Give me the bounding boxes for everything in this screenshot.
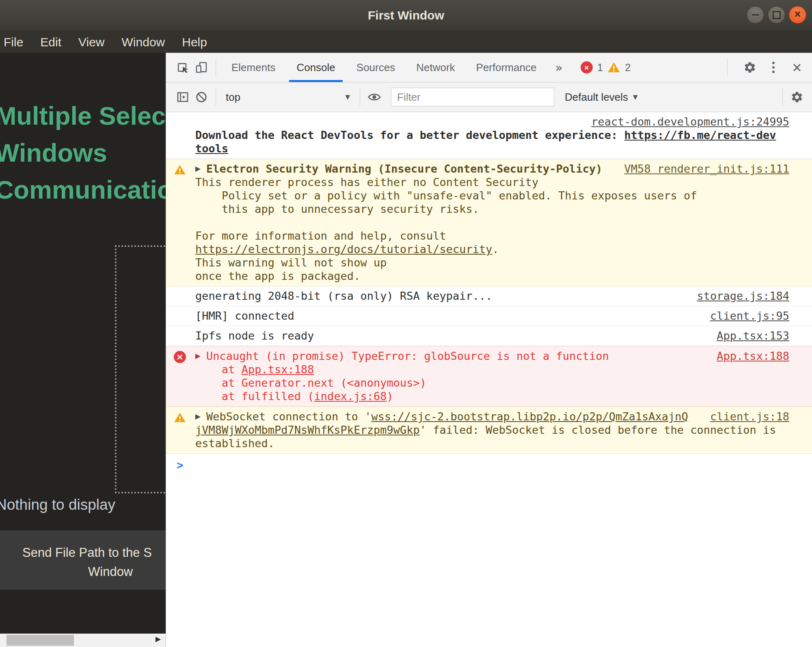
horizontal-scrollbar[interactable]: ▶ [0,634,166,647]
console-line: For more information and help, consult [195,229,789,242]
console-link[interactable]: App.tsx:188 [242,363,314,376]
minimize-button[interactable] [747,6,764,24]
tab-network[interactable]: Network [406,53,465,82]
log-levels-dropdown[interactable]: Default levels ▼ [565,91,638,104]
menu-items: FileEditViewWindowHelp [0,35,216,49]
devtools-close-button[interactable]: × [788,58,806,77]
eye-icon [367,90,381,104]
console-settings-button[interactable] [788,88,806,106]
warning-badge-icon [607,61,620,74]
console-text: generating 2048-bit (rsa only) RSA keypa… [195,289,492,303]
maximize-icon [773,11,781,19]
devtools-menu-button[interactable] [767,58,780,77]
titlebar: First Window × [0,0,812,31]
console-link[interactable]: wss://sjc-2.bootstrap.libp2p.io/p2p/QmZa… [371,410,688,423]
console-text: Uncaught (in promise) TypeError: globSou… [206,349,609,363]
console-text: Policy set or a policy with "unsafe-eval… [195,189,697,202]
expand-arrow-icon[interactable]: ▶ [195,410,201,423]
source-link[interactable]: VM58 renderer_init.js:111 [616,162,789,175]
console-text: ) [387,389,393,403]
console-text: established. [195,437,274,450]
app-window: First Window × FileEditViewWindowHelp Mu… [0,0,812,53]
menu-bar: FileEditViewWindowHelp [0,31,812,53]
maximize-button[interactable] [768,6,785,24]
error-icon: × [174,351,186,363]
source-link[interactable]: App.tsx:153 [708,329,789,342]
console-line: Download the React DevTools for a better… [195,128,789,142]
scrollbar-thumb[interactable] [6,635,74,646]
menu-window[interactable]: Window [113,35,174,49]
menu-edit[interactable]: Edit [32,35,70,49]
console-line: ▶Uncaught (in promise) TypeError: globSo… [195,349,789,363]
minimize-icon [752,14,759,15]
expand-arrow-icon[interactable]: ▶ [195,349,201,363]
javascript-context-dropdown[interactable]: top ▼ [221,91,355,104]
console-line: once the app is packaged. [195,269,789,283]
console-line: this app to unnecessary security risks. [195,202,789,216]
clear-console-button[interactable] [192,88,211,106]
separator [216,89,216,106]
source-link[interactable]: client.js:95 [702,309,789,322]
console-text: Ipfs node is ready [195,329,314,342]
tabbar-right-controls: × [722,58,806,77]
console-line: at fulfilled (index.js:68) [195,389,789,403]
console-line: tools [195,142,789,155]
gear-icon [790,91,803,104]
menu-help[interactable]: Help [173,35,216,49]
menu-file[interactable]: File [0,35,32,49]
console-text: at Generator.next (<anonymous>) [195,376,426,389]
device-toolbar-button[interactable] [192,58,211,77]
console-row-warning: ▶Electron Security Warning (Insecure Con… [166,159,812,286]
console-row-log: Ipfs node is readyApp.tsx:153 [166,326,812,346]
tab-sources[interactable]: Sources [346,53,406,82]
heading-line: Windows [0,134,166,171]
send-button-label: Window [0,562,166,581]
source-link[interactable]: storage.js:184 [689,289,789,303]
source-link[interactable]: App.tsx:188 [708,349,789,363]
console-link[interactable]: tools [195,142,228,155]
clear-console-icon [195,91,208,104]
source-link[interactable]: react-dom.development.js:24995 [591,115,789,128]
tab-elements[interactable]: Elements [221,53,286,82]
console-sidebar-toggle-button[interactable] [173,88,192,106]
issue-badges[interactable]: × 1 2 [581,61,631,74]
send-file-path-button[interactable]: Send File Path to the SWindow [0,530,166,590]
warning-count: 2 [625,61,631,74]
window-controls: × [747,6,806,24]
source-link[interactable]: client.js:18 [702,410,789,423]
console-link[interactable]: jVM8WjWXoMbmPd7NsWhfKsPkErzpm9wGkp [195,423,420,437]
console-line: established. [195,437,789,450]
console-row-warning: ▶WebSocket connection to 'wss://sjc-2.bo… [166,407,812,454]
console-text [195,216,202,229]
page-heading: Multiple SelectiveWindowsCommunication [0,97,166,208]
console-row-log: generating 2048-bit (rsa only) RSA keypa… [166,286,812,306]
console-link[interactable]: https://fb.me/react-dev [624,128,776,142]
separator [782,89,783,106]
tab-console[interactable]: Console [286,53,346,82]
scrollbar-right-arrow-icon[interactable]: ▶ [155,636,161,643]
warning-icon [174,164,186,176]
console-link[interactable]: index.js:68 [314,389,387,403]
device-toolbar-icon [195,61,208,74]
tab-performance[interactable]: Performance [466,53,547,82]
console-filter-input[interactable] [391,88,554,106]
live-expression-button[interactable] [365,88,384,106]
more-tabs-icon[interactable]: » [555,61,562,75]
console-line: Ipfs node is readyApp.tsx:153 [195,329,789,342]
expand-arrow-icon[interactable]: ▶ [195,162,201,175]
console-text: WebSocket connection to ' [206,410,371,423]
menu-view[interactable]: View [70,35,113,49]
close-button[interactable]: × [789,6,806,24]
console-messages: react-dom.development.js:24995Download t… [166,112,812,647]
error-badge-icon: × [581,61,593,74]
inspect-element-button[interactable] [173,58,192,77]
app-content-pane: Multiple SelectiveWindowsCommunication N… [0,53,166,647]
devtools-settings-button[interactable] [741,58,759,77]
console-line [195,216,789,229]
console-prompt-chevron[interactable]: > [177,459,184,472]
gear-icon [743,61,756,74]
console-link[interactable]: https://electronjs.org/docs/tutorial/sec… [195,242,492,256]
console-line: at Generator.next (<anonymous>) [195,376,789,389]
console-line: at App.tsx:188 [195,363,789,376]
console-line: ▶Electron Security Warning (Insecure Con… [195,162,789,175]
